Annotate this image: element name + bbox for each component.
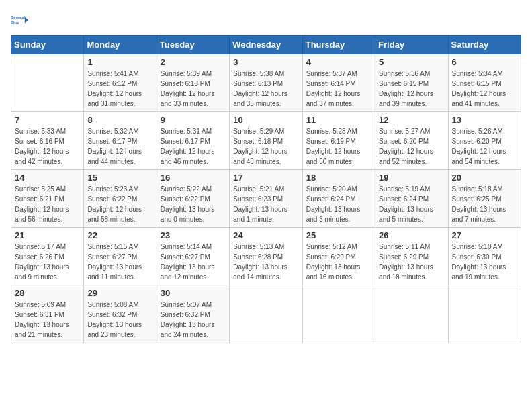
col-header-monday: Monday <box>84 36 157 54</box>
day-info: Sunrise: 5:11 AMSunset: 6:29 PMDaylight:… <box>379 242 444 282</box>
calendar-cell: 23Sunrise: 5:14 AMSunset: 6:27 PMDayligh… <box>157 228 229 285</box>
calendar-table: SundayMondayTuesdayWednesdayThursdayFrid… <box>11 35 521 343</box>
calendar-cell: 11Sunrise: 5:28 AMSunset: 6:19 PMDayligh… <box>302 112 375 170</box>
calendar-cell: 13Sunrise: 5:26 AMSunset: 6:20 PMDayligh… <box>448 112 521 170</box>
logo-icon: GeneralBlue <box>11 11 30 30</box>
day-info: Sunrise: 5:37 AMSunset: 6:14 PMDaylight:… <box>306 68 371 109</box>
col-header-wednesday: Wednesday <box>230 36 302 54</box>
day-number: 5 <box>379 57 444 67</box>
calendar-cell: 8Sunrise: 5:32 AMSunset: 6:17 PMDaylight… <box>84 112 157 170</box>
day-number: 25 <box>306 230 371 240</box>
day-number: 30 <box>161 288 226 298</box>
calendar-cell: 27Sunrise: 5:10 AMSunset: 6:30 PMDayligh… <box>448 228 521 285</box>
day-info: Sunrise: 5:22 AMSunset: 6:22 PMDaylight:… <box>161 184 226 224</box>
day-number: 12 <box>379 115 444 125</box>
calendar-cell: 20Sunrise: 5:18 AMSunset: 6:25 PMDayligh… <box>448 170 521 228</box>
day-info: Sunrise: 5:31 AMSunset: 6:17 PMDaylight:… <box>161 126 226 167</box>
day-info: Sunrise: 5:08 AMSunset: 6:32 PMDaylight:… <box>87 300 152 340</box>
day-info: Sunrise: 5:13 AMSunset: 6:28 PMDaylight:… <box>233 242 298 282</box>
calendar-cell: 25Sunrise: 5:12 AMSunset: 6:29 PMDayligh… <box>302 228 375 285</box>
calendar-cell: 9Sunrise: 5:31 AMSunset: 6:17 PMDaylight… <box>157 112 229 170</box>
day-number: 16 <box>161 173 226 183</box>
calendar-cell: 6Sunrise: 5:34 AMSunset: 6:15 PMDaylight… <box>448 54 521 112</box>
day-info: Sunrise: 5:15 AMSunset: 6:27 PMDaylight:… <box>87 242 152 282</box>
day-number: 8 <box>87 115 152 125</box>
day-info: Sunrise: 5:12 AMSunset: 6:29 PMDaylight:… <box>306 242 371 282</box>
col-header-thursday: Thursday <box>302 36 375 54</box>
day-number: 3 <box>233 57 298 67</box>
calendar-cell: 22Sunrise: 5:15 AMSunset: 6:27 PMDayligh… <box>84 228 157 285</box>
day-number: 19 <box>379 173 444 183</box>
day-number: 2 <box>161 57 226 67</box>
col-header-friday: Friday <box>375 36 448 54</box>
week-row-3: 14Sunrise: 5:25 AMSunset: 6:21 PMDayligh… <box>11 170 521 228</box>
day-number: 1 <box>87 57 152 67</box>
day-info: Sunrise: 5:38 AMSunset: 6:13 PMDaylight:… <box>233 68 298 109</box>
day-info: Sunrise: 5:33 AMSunset: 6:16 PMDaylight:… <box>15 126 80 167</box>
calendar-cell: 12Sunrise: 5:27 AMSunset: 6:20 PMDayligh… <box>375 112 448 170</box>
calendar-cell: 14Sunrise: 5:25 AMSunset: 6:21 PMDayligh… <box>11 170 84 228</box>
col-header-sunday: Sunday <box>11 36 84 54</box>
day-number: 27 <box>452 230 517 240</box>
page-header: GeneralBlue <box>11 11 521 30</box>
calendar-cell: 19Sunrise: 5:19 AMSunset: 6:24 PMDayligh… <box>375 170 448 228</box>
day-number: 11 <box>306 115 371 125</box>
day-number: 20 <box>452 173 517 183</box>
day-info: Sunrise: 5:25 AMSunset: 6:21 PMDaylight:… <box>15 184 80 224</box>
logo: GeneralBlue <box>11 11 30 30</box>
calendar-cell: 5Sunrise: 5:36 AMSunset: 6:15 PMDaylight… <box>375 54 448 112</box>
calendar-cell: 7Sunrise: 5:33 AMSunset: 6:16 PMDaylight… <box>11 112 84 170</box>
calendar-cell: 24Sunrise: 5:13 AMSunset: 6:28 PMDayligh… <box>230 228 302 285</box>
day-info: Sunrise: 5:20 AMSunset: 6:24 PMDaylight:… <box>306 184 371 224</box>
calendar-cell: 18Sunrise: 5:20 AMSunset: 6:24 PMDayligh… <box>302 170 375 228</box>
calendar-cell <box>11 54 84 112</box>
day-info: Sunrise: 5:07 AMSunset: 6:32 PMDaylight:… <box>161 300 226 340</box>
week-row-2: 7Sunrise: 5:33 AMSunset: 6:16 PMDaylight… <box>11 112 521 170</box>
svg-text:General: General <box>11 15 25 19</box>
day-info: Sunrise: 5:10 AMSunset: 6:30 PMDaylight:… <box>452 242 517 282</box>
svg-text:Blue: Blue <box>11 21 19 25</box>
calendar-cell: 1Sunrise: 5:41 AMSunset: 6:12 PMDaylight… <box>84 54 157 112</box>
day-info: Sunrise: 5:34 AMSunset: 6:15 PMDaylight:… <box>452 68 517 109</box>
day-info: Sunrise: 5:28 AMSunset: 6:19 PMDaylight:… <box>306 126 371 167</box>
day-number: 18 <box>306 173 371 183</box>
col-header-saturday: Saturday <box>448 36 521 54</box>
calendar-cell: 30Sunrise: 5:07 AMSunset: 6:32 PMDayligh… <box>157 285 229 343</box>
header-row: SundayMondayTuesdayWednesdayThursdayFrid… <box>11 36 521 54</box>
week-row-5: 28Sunrise: 5:09 AMSunset: 6:31 PMDayligh… <box>11 285 521 343</box>
day-number: 22 <box>87 230 152 240</box>
svg-marker-2 <box>25 17 28 24</box>
col-header-tuesday: Tuesday <box>157 36 229 54</box>
calendar-cell: 2Sunrise: 5:39 AMSunset: 6:13 PMDaylight… <box>157 54 229 112</box>
day-number: 24 <box>233 230 298 240</box>
calendar-cell: 3Sunrise: 5:38 AMSunset: 6:13 PMDaylight… <box>230 54 302 112</box>
calendar-cell: 26Sunrise: 5:11 AMSunset: 6:29 PMDayligh… <box>375 228 448 285</box>
day-info: Sunrise: 5:27 AMSunset: 6:20 PMDaylight:… <box>379 126 444 167</box>
calendar-cell: 10Sunrise: 5:29 AMSunset: 6:18 PMDayligh… <box>230 112 302 170</box>
calendar-cell: 4Sunrise: 5:37 AMSunset: 6:14 PMDaylight… <box>302 54 375 112</box>
day-info: Sunrise: 5:23 AMSunset: 6:22 PMDaylight:… <box>87 184 152 224</box>
day-number: 28 <box>15 288 80 298</box>
day-number: 7 <box>15 115 80 125</box>
day-number: 23 <box>161 230 226 240</box>
day-number: 9 <box>161 115 226 125</box>
calendar-cell: 21Sunrise: 5:17 AMSunset: 6:26 PMDayligh… <box>11 228 84 285</box>
day-number: 13 <box>452 115 517 125</box>
day-info: Sunrise: 5:36 AMSunset: 6:15 PMDaylight:… <box>379 68 444 109</box>
day-info: Sunrise: 5:39 AMSunset: 6:13 PMDaylight:… <box>161 68 226 109</box>
day-number: 4 <box>306 57 371 67</box>
day-number: 29 <box>87 288 152 298</box>
day-info: Sunrise: 5:17 AMSunset: 6:26 PMDaylight:… <box>15 242 80 282</box>
calendar-cell: 29Sunrise: 5:08 AMSunset: 6:32 PMDayligh… <box>84 285 157 343</box>
calendar-cell <box>302 285 375 343</box>
week-row-4: 21Sunrise: 5:17 AMSunset: 6:26 PMDayligh… <box>11 228 521 285</box>
week-row-1: 1Sunrise: 5:41 AMSunset: 6:12 PMDaylight… <box>11 54 521 112</box>
calendar-cell <box>375 285 448 343</box>
day-info: Sunrise: 5:41 AMSunset: 6:12 PMDaylight:… <box>87 68 152 109</box>
calendar-cell <box>230 285 302 343</box>
day-info: Sunrise: 5:29 AMSunset: 6:18 PMDaylight:… <box>233 126 298 167</box>
day-info: Sunrise: 5:19 AMSunset: 6:24 PMDaylight:… <box>379 184 444 224</box>
calendar-cell: 16Sunrise: 5:22 AMSunset: 6:22 PMDayligh… <box>157 170 229 228</box>
day-number: 26 <box>379 230 444 240</box>
day-number: 10 <box>233 115 298 125</box>
